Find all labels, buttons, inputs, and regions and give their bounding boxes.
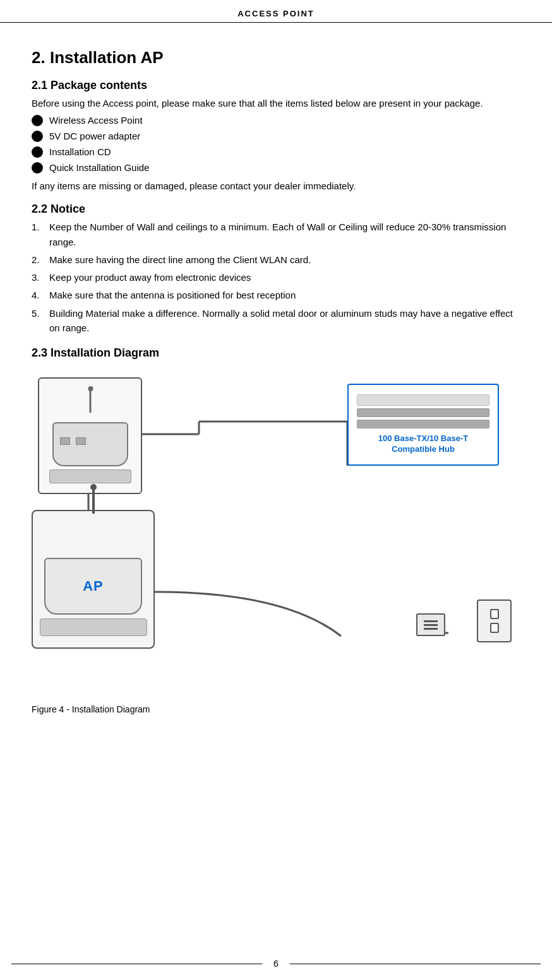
footer-line-left	[11, 964, 262, 964]
hub-label: 100 Base-TX/10 Base-T Compatible Hub	[378, 434, 468, 455]
ap-small-body	[52, 422, 128, 466]
ap-small-port2	[76, 437, 86, 445]
bullet-icon	[32, 162, 43, 174]
adapter-line	[424, 624, 438, 626]
list-number: 1.	[32, 220, 49, 234]
ap-small-foot	[49, 469, 131, 483]
notice-section: 2.2 Notice 1. Keep the Number of Wall an…	[32, 203, 520, 335]
list-item-label: 5V DC power adapter	[49, 129, 140, 144]
notice-list: 1. Keep the Number of Wall and ceilings …	[32, 220, 520, 335]
subsection-2-1-title: 2.1 Package contents	[32, 79, 520, 92]
ap-main-device: AP	[32, 510, 155, 649]
adapter-line	[424, 628, 438, 630]
adapter-line	[424, 620, 438, 622]
diagram-section: 2.3 Installation Diagram	[32, 346, 520, 714]
hub-slot-1	[357, 408, 489, 417]
list-item: 1. Keep the Number of Wall and ceilings …	[32, 220, 520, 249]
footer-line-right	[290, 964, 541, 964]
ap-small-antenna	[89, 389, 91, 413]
list-item-label: Installation CD	[49, 145, 111, 160]
installation-diagram: 100 Base-TX/10 Base-T Compatible Hub AP	[32, 371, 518, 699]
ap-small-inner	[49, 389, 131, 483]
list-item: 5V DC power adapter	[32, 129, 520, 144]
power-outlet	[477, 599, 512, 642]
list-item-text: Keep the Number of Wall and ceilings to …	[49, 220, 520, 249]
list-item: 2. Make sure having the direct line amon…	[32, 252, 520, 267]
list-item-text: Make sure that the antenna is positioned…	[49, 288, 520, 302]
hub-device: 100 Base-TX/10 Base-T Compatible Hub	[347, 384, 499, 466]
ap-foot	[40, 618, 147, 636]
ap-label: AP	[83, 578, 104, 594]
outlet-hole-1	[490, 609, 499, 619]
list-item-label: Quick Installation Guide	[49, 160, 149, 175]
bullet-icon	[32, 131, 43, 142]
list-item: Quick Installation Guide	[32, 160, 520, 175]
subsection-2-2-title: 2.2 Notice	[32, 203, 520, 216]
section-2-title: 2. Installation AP	[32, 48, 520, 68]
adapter-lines	[424, 620, 438, 630]
ap-small-port	[60, 437, 70, 445]
ap-body: AP	[44, 558, 142, 615]
hub-slot-2	[357, 420, 489, 428]
page-number: 6	[273, 959, 279, 969]
page-content: 2. Installation AP 2.1 Package contents …	[0, 23, 552, 759]
bullet-icon	[32, 146, 43, 158]
header-title: ACCESS POINT	[237, 9, 315, 18]
ap-small-device	[38, 377, 142, 494]
bullet-icon	[32, 115, 43, 126]
package-intro-text: Before using the Access point, please ma…	[32, 96, 520, 110]
page-header: ACCESS POINT	[0, 0, 552, 23]
package-items-list: Wireless Access Point 5V DC power adapte…	[32, 113, 520, 175]
page-footer: 6	[0, 959, 552, 969]
power-adapter	[416, 613, 445, 636]
list-item: Wireless Access Point	[32, 113, 520, 128]
list-item: 4. Make sure that the antenna is positio…	[32, 288, 520, 302]
ap-antenna	[92, 487, 95, 514]
figure-caption: Figure 4 - Installation Diagram	[32, 704, 520, 714]
list-item-text: Make sure having the direct line among t…	[49, 252, 520, 267]
list-number: 2.	[32, 252, 49, 267]
list-number: 5.	[32, 306, 49, 321]
list-number: 3.	[32, 270, 49, 285]
list-item: 3. Keep your product away from electroni…	[32, 270, 520, 285]
subsection-2-3-title: 2.3 Installation Diagram	[32, 346, 520, 360]
outlet-hole-2	[490, 623, 499, 633]
list-item-label: Wireless Access Point	[49, 113, 143, 128]
list-item-text: Keep your product away from electronic d…	[49, 270, 520, 285]
list-number: 4.	[32, 288, 49, 302]
hub-top-bar	[357, 394, 489, 406]
list-item-text: Building Material make a difference. Nor…	[49, 306, 520, 336]
missing-items-text: If any items are missing or damaged, ple…	[32, 180, 520, 191]
list-item: 5. Building Material make a difference. …	[32, 306, 520, 336]
list-item: Installation CD	[32, 145, 520, 160]
